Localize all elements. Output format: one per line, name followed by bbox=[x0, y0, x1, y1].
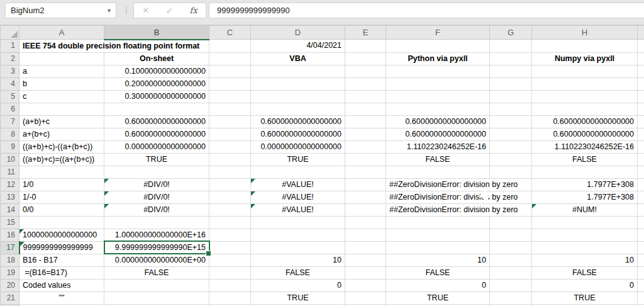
cell-A21[interactable]: "" bbox=[19, 292, 104, 304]
cell-H11[interactable] bbox=[532, 166, 638, 178]
cell-D16[interactable] bbox=[251, 229, 345, 241]
cell-D17[interactable] bbox=[251, 241, 345, 254]
cancel-icon[interactable]: ✕ bbox=[142, 6, 149, 15]
cell-F18[interactable]: 10 bbox=[386, 254, 490, 266]
cell-B3[interactable]: 0.10000000000000000 bbox=[104, 65, 209, 77]
row-header-16[interactable]: 16 bbox=[1, 229, 19, 241]
cell-E16[interactable] bbox=[345, 229, 386, 241]
cell-I18[interactable] bbox=[638, 254, 644, 266]
cell-I2[interactable] bbox=[638, 52, 644, 65]
cell-C19[interactable] bbox=[209, 266, 251, 279]
name-box[interactable]: BigNum2 ▾ bbox=[5, 3, 116, 18]
cell-E8[interactable] bbox=[345, 128, 386, 140]
cell-H20[interactable]: 0 bbox=[532, 279, 638, 292]
cell-I15[interactable] bbox=[638, 216, 644, 229]
cell-C20[interactable] bbox=[209, 279, 251, 292]
column-header-B[interactable]: B bbox=[104, 26, 209, 40]
cell-H17[interactable] bbox=[532, 241, 638, 254]
row-header-9[interactable]: 9 bbox=[1, 140, 19, 153]
cell-A3[interactable]: a bbox=[19, 65, 104, 77]
column-header-H[interactable]: H bbox=[532, 26, 638, 40]
cell-A12[interactable]: 1/0 bbox=[19, 178, 104, 191]
cell-A9[interactable]: ((a+b)+c)-((a+(b+c)) bbox=[19, 140, 104, 153]
cell-A5[interactable]: c bbox=[19, 90, 104, 103]
cell-A17[interactable]: 9999999999999999 bbox=[19, 241, 104, 254]
cell-A11[interactable] bbox=[19, 166, 104, 178]
cell-I21[interactable] bbox=[638, 292, 644, 304]
cell-H13[interactable]: 1.7977E+308 bbox=[532, 191, 638, 203]
cell-C5[interactable] bbox=[209, 90, 251, 103]
cell-B9[interactable]: 0.00000000000000000 bbox=[104, 140, 209, 153]
cell-H16[interactable] bbox=[532, 229, 638, 241]
cell-F20[interactable]: 0 bbox=[386, 279, 490, 292]
cell-E2[interactable] bbox=[345, 52, 386, 65]
column-header-G[interactable]: G bbox=[490, 26, 532, 40]
cell-B18[interactable]: 0.000000000000000E+00 bbox=[104, 254, 209, 266]
cell-I16[interactable] bbox=[638, 229, 644, 241]
cell-G6[interactable] bbox=[490, 103, 532, 115]
row-header-18[interactable]: 18 bbox=[1, 254, 19, 266]
cell-C15[interactable] bbox=[209, 216, 251, 229]
cell-F7[interactable]: 0.60000000000000000 bbox=[386, 115, 490, 128]
cell-E3[interactable] bbox=[345, 65, 386, 77]
cell-A10[interactable]: ((a+b)+c)=((a+(b+c)) bbox=[19, 153, 104, 166]
cell-G1[interactable] bbox=[490, 40, 532, 53]
cell-F8[interactable]: 0.60000000000000000 bbox=[386, 128, 490, 140]
cell-F2[interactable]: Python via pyxll bbox=[386, 52, 490, 65]
cell-A16[interactable]: 10000000000000000 bbox=[19, 229, 104, 241]
cell-B15[interactable] bbox=[104, 216, 209, 229]
cell-E17[interactable] bbox=[345, 241, 386, 254]
cell-E20[interactable] bbox=[345, 279, 386, 292]
cell-H2[interactable]: Numpy via pyxll bbox=[532, 52, 638, 65]
fill-handle[interactable] bbox=[206, 251, 211, 256]
cell-F11[interactable] bbox=[386, 166, 490, 178]
cell-D9[interactable]: 0.00000000000000000 bbox=[251, 140, 345, 153]
cell-D12[interactable]: #VALUE! bbox=[251, 178, 345, 191]
cell-C4[interactable] bbox=[209, 77, 251, 90]
cell-A1[interactable]: IEEE 754 double precision floating point… bbox=[19, 40, 209, 53]
row-header-21[interactable]: 21 bbox=[1, 292, 19, 304]
cell-D6[interactable] bbox=[251, 103, 345, 115]
cell-E19[interactable] bbox=[345, 266, 386, 279]
cell-C13[interactable] bbox=[209, 191, 251, 203]
cell-H19[interactable]: FALSE bbox=[532, 266, 638, 279]
cell-A6[interactable] bbox=[19, 103, 104, 115]
cell-B10[interactable]: TRUE bbox=[104, 153, 209, 166]
cell-H4[interactable] bbox=[532, 77, 638, 90]
cell-B2[interactable]: On-sheet bbox=[104, 52, 209, 65]
cell-I12[interactable] bbox=[638, 178, 644, 191]
cell-A8[interactable]: a+(b+c) bbox=[19, 128, 104, 140]
cell-G5[interactable] bbox=[490, 90, 532, 103]
cell-D19[interactable]: FALSE bbox=[251, 266, 345, 279]
cell-G2[interactable] bbox=[490, 52, 532, 65]
cell-H12[interactable]: 1.7977E+308 bbox=[532, 178, 638, 191]
cell-A20[interactable]: Coded values bbox=[19, 279, 104, 292]
cell-G18[interactable] bbox=[490, 254, 532, 266]
cell-F15[interactable] bbox=[386, 216, 490, 229]
row-header-17[interactable]: 17 bbox=[1, 241, 19, 254]
cell-D4[interactable] bbox=[251, 77, 345, 90]
cell-G4[interactable] bbox=[490, 77, 532, 90]
cell-D14[interactable]: #VALUE! bbox=[251, 203, 345, 216]
cell-I17[interactable] bbox=[638, 241, 644, 254]
cell-F17[interactable] bbox=[386, 241, 490, 254]
name-box-dropdown-icon[interactable]: ▾ bbox=[108, 7, 116, 14]
cell-F5[interactable] bbox=[386, 90, 490, 103]
cell-C1[interactable] bbox=[209, 40, 251, 53]
cell-B19[interactable]: FALSE bbox=[104, 266, 209, 279]
cell-F1[interactable] bbox=[386, 40, 490, 53]
cell-E5[interactable] bbox=[345, 90, 386, 103]
cell-F12[interactable]: ##ZeroDivisionError: division by zero bbox=[386, 178, 532, 191]
select-all-button[interactable] bbox=[1, 26, 19, 40]
cell-G19[interactable] bbox=[490, 266, 532, 279]
cell-G21[interactable] bbox=[490, 292, 532, 304]
cell-A15[interactable] bbox=[19, 216, 104, 229]
cell-B14[interactable]: #DIV/0! bbox=[104, 203, 209, 216]
cell-C16[interactable] bbox=[209, 229, 251, 241]
cell-E13[interactable] bbox=[345, 191, 386, 203]
cell-B11[interactable] bbox=[104, 166, 209, 178]
cell-H10[interactable]: FALSE bbox=[532, 153, 638, 166]
cell-B17[interactable]: 9.999999999999990E+15 bbox=[104, 241, 209, 254]
cell-F21[interactable]: TRUE bbox=[386, 292, 490, 304]
cell-H3[interactable] bbox=[532, 65, 638, 77]
